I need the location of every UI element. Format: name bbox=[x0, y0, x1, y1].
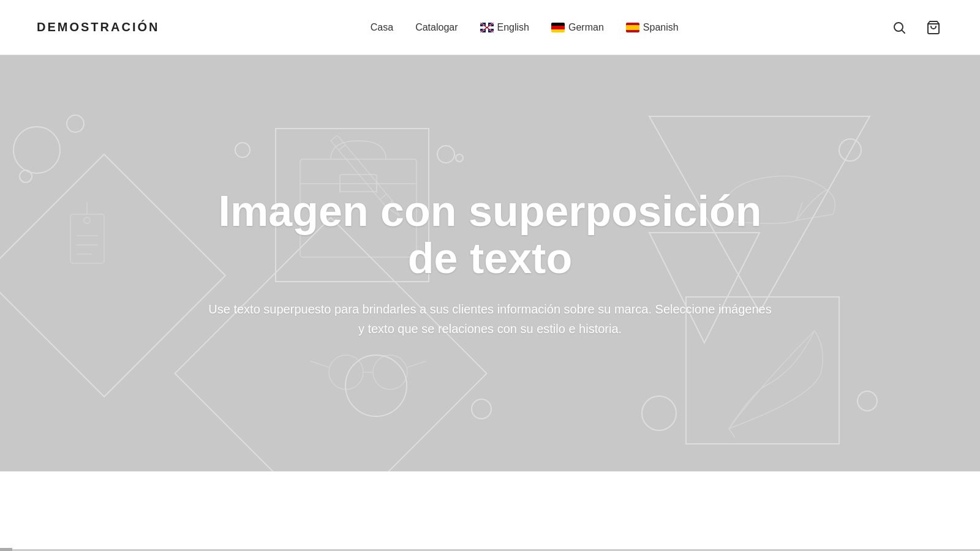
svg-point-12 bbox=[235, 143, 250, 157]
search-button[interactable] bbox=[889, 18, 909, 37]
bottom-area bbox=[0, 471, 980, 551]
svg-line-32 bbox=[311, 361, 329, 367]
lang-german-label: German bbox=[568, 22, 604, 33]
flag-uk-icon bbox=[480, 23, 494, 32]
svg-point-9 bbox=[13, 127, 60, 173]
svg-point-16 bbox=[472, 399, 491, 419]
lang-spanish[interactable]: Spanish bbox=[626, 22, 679, 33]
flag-es-icon bbox=[626, 23, 639, 32]
lang-english[interactable]: English bbox=[480, 22, 529, 33]
scroll-indicator bbox=[0, 548, 12, 551]
hero-section: Imagen con superposición de texto Use te… bbox=[0, 55, 980, 471]
search-icon bbox=[892, 20, 907, 35]
header-icons bbox=[889, 18, 943, 37]
svg-line-33 bbox=[407, 361, 426, 367]
svg-point-19 bbox=[858, 391, 877, 411]
svg-line-27 bbox=[339, 144, 345, 150]
svg-line-35 bbox=[729, 429, 735, 438]
svg-point-10 bbox=[20, 170, 32, 182]
nav-catalogar[interactable]: Catalogar bbox=[415, 22, 458, 33]
lang-german[interactable]: German bbox=[551, 22, 604, 33]
flag-de-icon bbox=[551, 23, 565, 32]
hero-subtitle: Use texto superpuesto para brindarles a … bbox=[208, 299, 772, 339]
svg-rect-36 bbox=[70, 214, 104, 263]
hero-content: Imagen con superposición de texto Use te… bbox=[184, 188, 796, 339]
site-header: DEMOSTRACIÓN Casa Catalogar English Germ… bbox=[0, 0, 980, 55]
svg-point-13 bbox=[437, 146, 454, 163]
lang-spanish-label: Spanish bbox=[643, 22, 679, 33]
svg-point-15 bbox=[345, 355, 407, 416]
main-nav: Casa Catalogar English German Spanish bbox=[371, 22, 679, 33]
lang-english-label: English bbox=[497, 22, 529, 33]
hero-title: Imagen con superposición de texto bbox=[208, 188, 772, 282]
svg-point-14 bbox=[456, 154, 463, 162]
svg-point-37 bbox=[84, 217, 90, 223]
site-brand[interactable]: DEMOSTRACIÓN bbox=[37, 20, 159, 34]
cart-button[interactable] bbox=[924, 18, 943, 37]
nav-casa[interactable]: Casa bbox=[371, 22, 393, 33]
svg-point-11 bbox=[67, 115, 84, 132]
svg-point-0 bbox=[894, 23, 903, 31]
svg-point-17 bbox=[642, 396, 676, 430]
cart-icon bbox=[926, 20, 941, 35]
svg-point-30 bbox=[373, 355, 407, 389]
svg-line-1 bbox=[902, 30, 905, 32]
svg-line-34 bbox=[796, 202, 802, 220]
